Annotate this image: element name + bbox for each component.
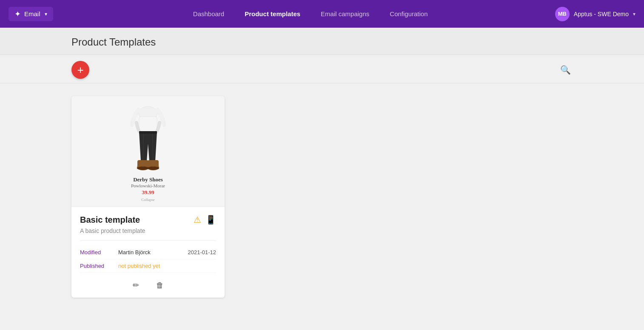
- plus-icon: +: [77, 64, 83, 75]
- card-icons: ⚠ 📱: [194, 215, 216, 225]
- content-area: Derby Shoes Powlowski-Morar 39.99 Collap…: [0, 83, 644, 310]
- product-title: Derby Shoes: [133, 176, 163, 183]
- card-description: A basic product template: [80, 227, 216, 234]
- modified-row: Modified Martin Björck 2021-01-12: [80, 246, 216, 259]
- published-label: Published: [80, 263, 118, 269]
- product-subtitle: Powlowski-Morar: [131, 183, 165, 188]
- nav-item-dashboard[interactable]: Dashboard: [183, 7, 234, 21]
- modifier-name: Martin Björck: [118, 249, 188, 255]
- user-menu[interactable]: MB Apptus - SWE Demo ▾: [555, 7, 635, 21]
- brand-button[interactable]: ✦ Email ▾: [9, 7, 53, 21]
- svg-point-9: [137, 166, 149, 170]
- card-meta: Modified Martin Björck 2021-01-12 Publis…: [80, 240, 216, 273]
- brand-icon: ✦: [14, 9, 21, 19]
- svg-rect-4: [139, 131, 157, 134]
- collapse-label: Collapse: [141, 198, 155, 202]
- product-price: 39.99: [142, 189, 154, 196]
- svg-point-10: [147, 166, 159, 170]
- brand-chevron-icon: ▾: [45, 11, 47, 17]
- user-chevron-icon: ▾: [633, 11, 635, 17]
- search-button[interactable]: 🔍: [559, 63, 573, 77]
- navbar: ✦ Email ▾ Dashboard Product templates Em…: [0, 0, 644, 28]
- nav-item-configuration[interactable]: Configuration: [379, 7, 438, 21]
- card-actions: ✏ 🗑: [80, 273, 216, 298]
- edit-button[interactable]: ✏: [129, 279, 142, 292]
- mobile-icon: 📱: [205, 215, 216, 225]
- published-value: not published yet: [118, 263, 160, 269]
- product-preview: Derby Shoes Powlowski-Morar 39.99 Collap…: [71, 97, 225, 206]
- template-card: Derby Shoes Powlowski-Morar 39.99 Collap…: [71, 96, 225, 298]
- card-header-row: Basic template ⚠ 📱: [80, 215, 216, 225]
- svg-rect-1: [139, 117, 157, 133]
- search-icon: 🔍: [560, 65, 571, 75]
- page-header: Product Templates: [0, 28, 644, 55]
- product-figure: [120, 101, 176, 174]
- card-preview: Derby Shoes Powlowski-Morar 39.99 Collap…: [71, 96, 225, 207]
- avatar: MB: [555, 7, 570, 21]
- published-row: Published not published yet: [80, 259, 216, 273]
- warning-icon: ⚠: [194, 215, 201, 225]
- modified-date: 2021-01-12: [188, 249, 217, 255]
- brand-label: Email: [24, 10, 40, 17]
- main-nav: Dashboard Product templates Email campai…: [66, 7, 555, 21]
- nav-item-product-templates[interactable]: Product templates: [234, 7, 311, 21]
- page-actions: + 🔍: [0, 55, 644, 83]
- page-title: Product Templates: [71, 36, 573, 48]
- card-info: Basic template ⚠ 📱 A basic product templ…: [71, 207, 225, 298]
- nav-item-email-campaigns[interactable]: Email campaigns: [311, 7, 379, 21]
- user-label: Apptus - SWE Demo: [574, 11, 629, 17]
- modified-label: Modified: [80, 249, 118, 255]
- add-template-button[interactable]: +: [71, 61, 89, 79]
- card-name: Basic template: [80, 215, 140, 225]
- pants-svg: [120, 101, 176, 174]
- delete-button[interactable]: 🗑: [153, 279, 167, 292]
